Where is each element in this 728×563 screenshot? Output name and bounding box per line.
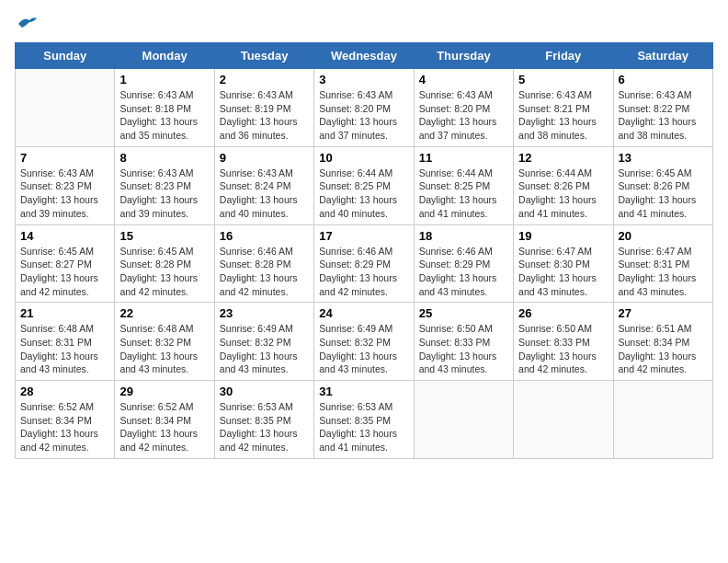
logo-bird-icon (17, 15, 37, 31)
day-info: Sunrise: 6:46 AM Sunset: 8:29 PM Dayligh… (319, 245, 408, 299)
page-header (15, 15, 713, 31)
calendar-cell: 21Sunrise: 6:48 AM Sunset: 8:31 PM Dayli… (16, 303, 115, 381)
day-number: 3 (319, 73, 408, 86)
calendar-cell: 22Sunrise: 6:48 AM Sunset: 8:32 PM Dayli… (115, 303, 214, 381)
day-info: Sunrise: 6:43 AM Sunset: 8:20 PM Dayligh… (419, 88, 508, 143)
day-info: Sunrise: 6:48 AM Sunset: 8:31 PM Dayligh… (20, 322, 109, 376)
day-number: 9 (220, 151, 309, 165)
calendar-cell: 29Sunrise: 6:52 AM Sunset: 8:34 PM Dayli… (115, 381, 214, 459)
calendar-cell: 26Sunrise: 6:50 AM Sunset: 8:33 PM Dayli… (514, 303, 613, 381)
day-info: Sunrise: 6:43 AM Sunset: 8:23 PM Dayligh… (20, 167, 109, 221)
day-number: 14 (20, 229, 109, 243)
calendar-cell: 6Sunrise: 6:43 AM Sunset: 8:22 PM Daylig… (613, 69, 712, 147)
week-row-5: 28Sunrise: 6:52 AM Sunset: 8:34 PM Dayli… (16, 381, 713, 459)
calendar-cell: 8Sunrise: 6:43 AM Sunset: 8:23 PM Daylig… (115, 146, 214, 224)
calendar-cell: 4Sunrise: 6:43 AM Sunset: 8:20 PM Daylig… (414, 69, 513, 147)
calendar-cell: 3Sunrise: 6:43 AM Sunset: 8:20 PM Daylig… (314, 69, 414, 147)
day-number: 26 (518, 306, 608, 320)
day-info: Sunrise: 6:49 AM Sunset: 8:32 PM Dayligh… (220, 322, 309, 376)
calendar-cell: 20Sunrise: 6:47 AM Sunset: 8:31 PM Dayli… (613, 224, 712, 303)
day-info: Sunrise: 6:44 AM Sunset: 8:25 PM Dayligh… (319, 167, 408, 221)
day-info: Sunrise: 6:53 AM Sunset: 8:35 PM Dayligh… (220, 400, 309, 454)
day-info: Sunrise: 6:46 AM Sunset: 8:29 PM Dayligh… (419, 245, 508, 299)
calendar-cell: 28Sunrise: 6:52 AM Sunset: 8:34 PM Dayli… (16, 381, 115, 459)
day-info: Sunrise: 6:51 AM Sunset: 8:34 PM Dayligh… (619, 322, 708, 376)
day-number: 25 (419, 306, 508, 320)
calendar-cell: 25Sunrise: 6:50 AM Sunset: 8:33 PM Dayli… (414, 303, 513, 381)
calendar-cell (16, 69, 115, 147)
day-number: 10 (319, 151, 408, 165)
day-info: Sunrise: 6:45 AM Sunset: 8:27 PM Dayligh… (20, 245, 109, 299)
day-info: Sunrise: 6:49 AM Sunset: 8:32 PM Dayligh… (319, 322, 408, 376)
day-number: 24 (319, 306, 408, 320)
calendar-cell (514, 381, 613, 459)
day-number: 4 (419, 73, 508, 86)
calendar-cell: 7Sunrise: 6:43 AM Sunset: 8:23 PM Daylig… (16, 146, 115, 224)
day-info: Sunrise: 6:47 AM Sunset: 8:31 PM Dayligh… (619, 245, 708, 299)
calendar-cell: 12Sunrise: 6:44 AM Sunset: 8:26 PM Dayli… (514, 146, 613, 224)
week-row-2: 7Sunrise: 6:43 AM Sunset: 8:23 PM Daylig… (16, 146, 713, 224)
calendar-cell: 19Sunrise: 6:47 AM Sunset: 8:30 PM Dayli… (514, 224, 613, 303)
calendar-cell (414, 381, 513, 459)
day-number: 22 (119, 306, 209, 320)
calendar-cell: 9Sunrise: 6:43 AM Sunset: 8:24 PM Daylig… (214, 146, 313, 224)
calendar-cell: 18Sunrise: 6:46 AM Sunset: 8:29 PM Dayli… (414, 224, 513, 303)
calendar-cell: 27Sunrise: 6:51 AM Sunset: 8:34 PM Dayli… (613, 303, 712, 381)
calendar-cell: 1Sunrise: 6:43 AM Sunset: 8:18 PM Daylig… (115, 69, 214, 147)
day-number: 23 (220, 306, 309, 320)
calendar-cell: 10Sunrise: 6:44 AM Sunset: 8:25 PM Dayli… (314, 146, 414, 224)
column-header-wednesday: Wednesday (314, 43, 414, 69)
calendar-cell: 11Sunrise: 6:44 AM Sunset: 8:25 PM Dayli… (414, 146, 513, 224)
calendar-cell: 14Sunrise: 6:45 AM Sunset: 8:27 PM Dayli… (16, 224, 115, 303)
header-row: SundayMondayTuesdayWednesdayThursdayFrid… (16, 43, 713, 69)
day-number: 19 (518, 229, 608, 243)
calendar-cell: 15Sunrise: 6:45 AM Sunset: 8:28 PM Dayli… (115, 224, 214, 303)
column-header-friday: Friday (514, 43, 613, 69)
day-number: 13 (619, 151, 708, 165)
day-info: Sunrise: 6:43 AM Sunset: 8:23 PM Dayligh… (119, 167, 209, 221)
column-header-saturday: Saturday (613, 43, 712, 69)
day-number: 11 (419, 151, 508, 165)
day-info: Sunrise: 6:52 AM Sunset: 8:34 PM Dayligh… (119, 400, 209, 454)
week-row-1: 1Sunrise: 6:43 AM Sunset: 8:18 PM Daylig… (16, 69, 713, 147)
logo (15, 15, 37, 31)
day-number: 27 (619, 306, 708, 320)
week-row-3: 14Sunrise: 6:45 AM Sunset: 8:27 PM Dayli… (16, 224, 713, 303)
day-number: 30 (220, 385, 309, 398)
day-info: Sunrise: 6:43 AM Sunset: 8:18 PM Dayligh… (119, 88, 209, 143)
day-info: Sunrise: 6:43 AM Sunset: 8:20 PM Dayligh… (319, 88, 408, 143)
calendar-cell: 31Sunrise: 6:53 AM Sunset: 8:35 PM Dayli… (314, 381, 414, 459)
calendar-table: SundayMondayTuesdayWednesdayThursdayFrid… (15, 42, 713, 459)
day-number: 8 (119, 151, 209, 165)
calendar-cell: 13Sunrise: 6:45 AM Sunset: 8:26 PM Dayli… (613, 146, 712, 224)
calendar-cell (613, 381, 712, 459)
day-info: Sunrise: 6:50 AM Sunset: 8:33 PM Dayligh… (518, 322, 608, 376)
day-info: Sunrise: 6:44 AM Sunset: 8:26 PM Dayligh… (518, 167, 608, 221)
day-number: 20 (619, 229, 708, 243)
day-number: 6 (619, 73, 708, 86)
day-info: Sunrise: 6:47 AM Sunset: 8:30 PM Dayligh… (518, 245, 608, 299)
day-number: 2 (220, 73, 309, 86)
calendar-cell: 17Sunrise: 6:46 AM Sunset: 8:29 PM Dayli… (314, 224, 414, 303)
calendar-cell: 23Sunrise: 6:49 AM Sunset: 8:32 PM Dayli… (214, 303, 313, 381)
day-number: 18 (419, 229, 508, 243)
day-info: Sunrise: 6:43 AM Sunset: 8:19 PM Dayligh… (220, 88, 309, 143)
day-info: Sunrise: 6:43 AM Sunset: 8:24 PM Dayligh… (220, 167, 309, 221)
column-header-thursday: Thursday (414, 43, 513, 69)
day-info: Sunrise: 6:50 AM Sunset: 8:33 PM Dayligh… (419, 322, 508, 376)
day-number: 5 (518, 73, 608, 86)
day-info: Sunrise: 6:45 AM Sunset: 8:26 PM Dayligh… (619, 167, 708, 221)
calendar-cell: 2Sunrise: 6:43 AM Sunset: 8:19 PM Daylig… (214, 69, 313, 147)
column-header-tuesday: Tuesday (214, 43, 313, 69)
column-header-monday: Monday (115, 43, 214, 69)
day-number: 21 (20, 306, 109, 320)
day-info: Sunrise: 6:48 AM Sunset: 8:32 PM Dayligh… (119, 322, 209, 376)
day-info: Sunrise: 6:43 AM Sunset: 8:22 PM Dayligh… (619, 88, 708, 143)
day-number: 16 (220, 229, 309, 243)
day-number: 28 (20, 385, 109, 398)
day-info: Sunrise: 6:45 AM Sunset: 8:28 PM Dayligh… (119, 245, 209, 299)
column-header-sunday: Sunday (16, 43, 115, 69)
day-info: Sunrise: 6:46 AM Sunset: 8:28 PM Dayligh… (220, 245, 309, 299)
day-info: Sunrise: 6:53 AM Sunset: 8:35 PM Dayligh… (319, 400, 408, 454)
day-number: 7 (20, 151, 109, 165)
